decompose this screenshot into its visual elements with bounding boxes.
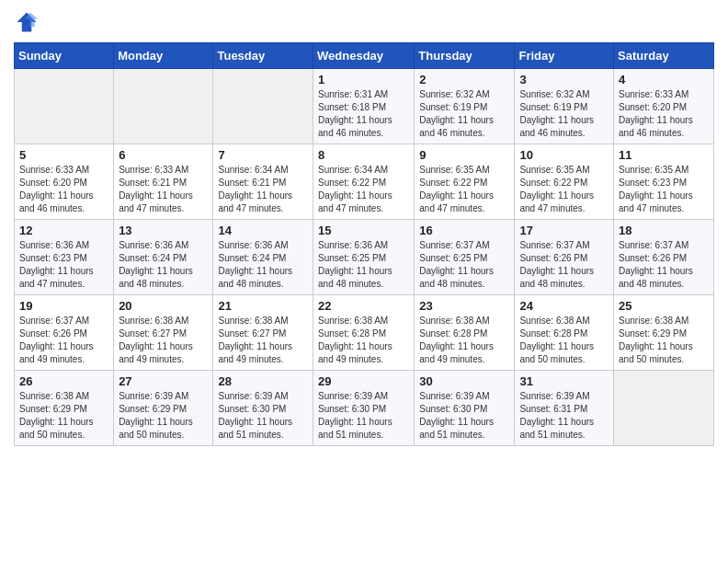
calendar-cell: 4Sunrise: 6:33 AM Sunset: 6:20 PM Daylig… (614, 69, 714, 144)
day-number: 13 (119, 224, 208, 237)
day-number: 17 (519, 224, 609, 237)
day-number: 26 (19, 374, 108, 388)
day-info: Sunrise: 6:36 AM Sunset: 6:23 PM Dayligh… (19, 239, 108, 291)
day-number: 9 (419, 148, 509, 162)
day-info: Sunrise: 6:36 AM Sunset: 6:24 PM Dayligh… (218, 239, 308, 291)
calendar-cell (614, 371, 714, 446)
calendar-cell: 24Sunrise: 6:38 AM Sunset: 6:28 PM Dayli… (515, 295, 614, 371)
calendar-cell: 23Sunrise: 6:38 AM Sunset: 6:28 PM Dayli… (415, 295, 515, 371)
calendar-cell: 10Sunrise: 6:35 AM Sunset: 6:22 PM Dayli… (515, 144, 614, 220)
day-info: Sunrise: 6:38 AM Sunset: 6:27 PM Dayligh… (218, 315, 308, 366)
day-number: 31 (519, 374, 609, 388)
day-number: 10 (519, 148, 609, 162)
day-number: 29 (318, 374, 409, 388)
day-info: Sunrise: 6:36 AM Sunset: 6:25 PM Dayligh… (318, 239, 409, 291)
calendar-cell: 30Sunrise: 6:39 AM Sunset: 6:30 PM Dayli… (415, 371, 515, 446)
page: SundayMondayTuesdayWednesdayThursdayFrid… (0, 0, 728, 563)
week-row-2: 5Sunrise: 6:33 AM Sunset: 6:20 PM Daylig… (15, 144, 714, 220)
calendar-cell: 13Sunrise: 6:36 AM Sunset: 6:24 PM Dayli… (114, 220, 213, 295)
day-info: Sunrise: 6:33 AM Sunset: 6:20 PM Dayligh… (19, 164, 108, 215)
day-info: Sunrise: 6:38 AM Sunset: 6:28 PM Dayligh… (318, 315, 409, 366)
day-info: Sunrise: 6:32 AM Sunset: 6:19 PM Dayligh… (519, 88, 609, 140)
weekday-header-sunday: Sunday (15, 43, 114, 69)
calendar-cell: 12Sunrise: 6:36 AM Sunset: 6:23 PM Dayli… (15, 220, 114, 295)
day-info: Sunrise: 6:38 AM Sunset: 6:28 PM Dayligh… (519, 315, 609, 366)
day-number: 6 (119, 148, 208, 162)
day-info: Sunrise: 6:33 AM Sunset: 6:21 PM Dayligh… (119, 164, 208, 215)
week-row-4: 19Sunrise: 6:37 AM Sunset: 6:26 PM Dayli… (15, 295, 714, 371)
day-number: 20 (119, 299, 208, 313)
day-number: 30 (419, 374, 509, 388)
weekday-header-thursday: Thursday (415, 43, 515, 69)
calendar-cell: 31Sunrise: 6:39 AM Sunset: 6:31 PM Dayli… (515, 371, 614, 446)
logo (14, 9, 43, 35)
day-info: Sunrise: 6:35 AM Sunset: 6:23 PM Dayligh… (619, 164, 709, 215)
calendar-cell: 11Sunrise: 6:35 AM Sunset: 6:23 PM Dayli… (614, 144, 714, 220)
day-info: Sunrise: 6:34 AM Sunset: 6:21 PM Dayligh… (218, 164, 308, 215)
weekday-header-row: SundayMondayTuesdayWednesdayThursdayFrid… (15, 43, 714, 69)
calendar-cell: 5Sunrise: 6:33 AM Sunset: 6:20 PM Daylig… (15, 144, 114, 220)
calendar-cell: 26Sunrise: 6:38 AM Sunset: 6:29 PM Dayli… (15, 371, 114, 446)
day-info: Sunrise: 6:38 AM Sunset: 6:29 PM Dayligh… (19, 390, 108, 442)
day-info: Sunrise: 6:34 AM Sunset: 6:22 PM Dayligh… (318, 164, 409, 215)
calendar-cell (213, 69, 313, 144)
calendar-cell: 22Sunrise: 6:38 AM Sunset: 6:28 PM Dayli… (313, 295, 415, 371)
logo-icon (14, 9, 40, 35)
day-number: 22 (318, 299, 409, 313)
calendar-cell: 28Sunrise: 6:39 AM Sunset: 6:30 PM Dayli… (213, 371, 313, 446)
day-info: Sunrise: 6:38 AM Sunset: 6:29 PM Dayligh… (619, 315, 709, 366)
calendar-cell: 25Sunrise: 6:38 AM Sunset: 6:29 PM Dayli… (614, 295, 714, 371)
day-info: Sunrise: 6:33 AM Sunset: 6:20 PM Dayligh… (619, 88, 709, 140)
day-number: 3 (519, 73, 609, 86)
calendar-cell: 9Sunrise: 6:35 AM Sunset: 6:22 PM Daylig… (415, 144, 515, 220)
weekday-header-wednesday: Wednesday (313, 43, 415, 69)
day-number: 18 (619, 224, 709, 237)
day-info: Sunrise: 6:37 AM Sunset: 6:26 PM Dayligh… (19, 315, 108, 366)
day-number: 19 (19, 299, 108, 313)
calendar-cell: 27Sunrise: 6:39 AM Sunset: 6:29 PM Dayli… (114, 371, 213, 446)
day-number: 5 (19, 148, 108, 162)
calendar-cell (114, 69, 213, 144)
day-number: 27 (119, 374, 208, 388)
calendar-cell: 8Sunrise: 6:34 AM Sunset: 6:22 PM Daylig… (313, 144, 415, 220)
calendar-cell: 29Sunrise: 6:39 AM Sunset: 6:30 PM Dayli… (313, 371, 415, 446)
day-number: 24 (519, 299, 609, 313)
day-info: Sunrise: 6:39 AM Sunset: 6:30 PM Dayligh… (218, 390, 308, 442)
day-info: Sunrise: 6:32 AM Sunset: 6:19 PM Dayligh… (419, 88, 509, 140)
week-row-1: 1Sunrise: 6:31 AM Sunset: 6:18 PM Daylig… (15, 69, 714, 144)
day-info: Sunrise: 6:39 AM Sunset: 6:30 PM Dayligh… (419, 390, 509, 442)
day-number: 23 (419, 299, 509, 313)
calendar-cell (15, 69, 114, 144)
day-number: 4 (619, 73, 709, 86)
header (14, 9, 714, 35)
week-row-3: 12Sunrise: 6:36 AM Sunset: 6:23 PM Dayli… (15, 220, 714, 295)
weekday-header-saturday: Saturday (614, 43, 714, 69)
day-info: Sunrise: 6:39 AM Sunset: 6:31 PM Dayligh… (519, 390, 609, 442)
day-info: Sunrise: 6:37 AM Sunset: 6:25 PM Dayligh… (419, 239, 509, 291)
day-info: Sunrise: 6:37 AM Sunset: 6:26 PM Dayligh… (619, 239, 709, 291)
calendar-cell: 16Sunrise: 6:37 AM Sunset: 6:25 PM Dayli… (415, 220, 515, 295)
day-info: Sunrise: 6:35 AM Sunset: 6:22 PM Dayligh… (419, 164, 509, 215)
day-number: 28 (218, 374, 308, 388)
day-info: Sunrise: 6:35 AM Sunset: 6:22 PM Dayligh… (519, 164, 609, 215)
calendar-cell: 20Sunrise: 6:38 AM Sunset: 6:27 PM Dayli… (114, 295, 213, 371)
day-number: 12 (19, 224, 108, 237)
calendar-cell: 1Sunrise: 6:31 AM Sunset: 6:18 PM Daylig… (313, 69, 415, 144)
weekday-header-tuesday: Tuesday (213, 43, 313, 69)
calendar-cell: 14Sunrise: 6:36 AM Sunset: 6:24 PM Dayli… (213, 220, 313, 295)
day-info: Sunrise: 6:37 AM Sunset: 6:26 PM Dayligh… (519, 239, 609, 291)
calendar-cell: 6Sunrise: 6:33 AM Sunset: 6:21 PM Daylig… (114, 144, 213, 220)
day-number: 16 (419, 224, 509, 237)
day-number: 7 (218, 148, 308, 162)
weekday-header-friday: Friday (515, 43, 614, 69)
day-info: Sunrise: 6:31 AM Sunset: 6:18 PM Dayligh… (318, 88, 409, 140)
day-info: Sunrise: 6:39 AM Sunset: 6:30 PM Dayligh… (318, 390, 409, 442)
day-info: Sunrise: 6:39 AM Sunset: 6:29 PM Dayligh… (119, 390, 208, 442)
day-number: 8 (318, 148, 409, 162)
day-number: 21 (218, 299, 308, 313)
calendar-cell: 2Sunrise: 6:32 AM Sunset: 6:19 PM Daylig… (415, 69, 515, 144)
week-row-5: 26Sunrise: 6:38 AM Sunset: 6:29 PM Dayli… (15, 371, 714, 446)
weekday-header-monday: Monday (114, 43, 213, 69)
calendar-table: SundayMondayTuesdayWednesdayThursdayFrid… (14, 42, 714, 446)
calendar-cell: 19Sunrise: 6:37 AM Sunset: 6:26 PM Dayli… (15, 295, 114, 371)
